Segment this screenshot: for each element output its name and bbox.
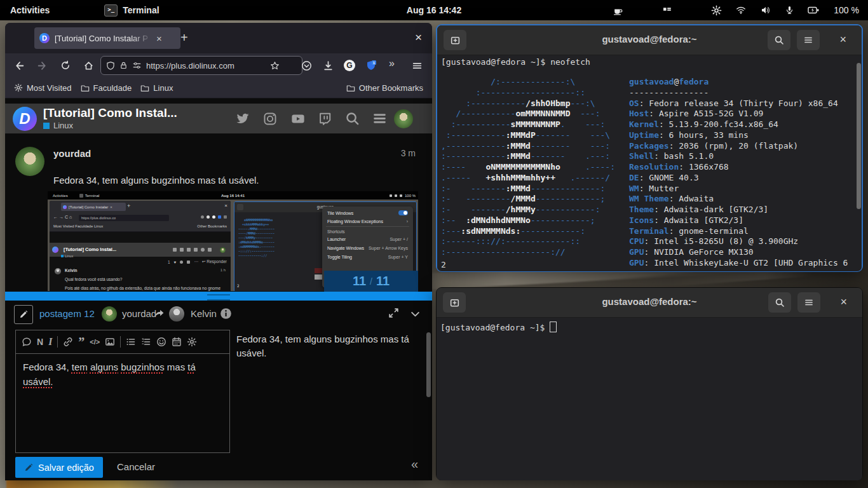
embed-social-icons bbox=[173, 248, 212, 252]
numbered-list-icon[interactable] bbox=[141, 337, 151, 347]
bold-icon[interactable]: N bbox=[37, 337, 43, 347]
close-button[interactable]: × bbox=[840, 295, 847, 309]
topic-progress-indicator[interactable]: 11 / 11 bbox=[324, 271, 418, 292]
menu-button[interactable] bbox=[797, 30, 820, 50]
forward-button[interactable] bbox=[37, 60, 48, 71]
post-author-name[interactable]: yourdad bbox=[53, 148, 91, 159]
grammarly-extension-icon[interactable]: G bbox=[344, 60, 355, 71]
forum-header: D [Tutorial] Como Instal... Linux bbox=[5, 104, 432, 133]
bookmark-star-icon[interactable] bbox=[270, 61, 280, 71]
chevron-down-icon[interactable] bbox=[410, 309, 421, 320]
firefox-nav-bar: https://plus.diolinux.com G 1 » bbox=[5, 53, 432, 78]
embed-extension-icons bbox=[201, 215, 227, 219]
preview-scrollbar[interactable] bbox=[426, 332, 431, 397]
system-status-area[interactable]: 100 % bbox=[613, 0, 868, 20]
hamburger-icon[interactable] bbox=[372, 111, 387, 126]
link-icon[interactable] bbox=[63, 337, 73, 347]
embed-nav-icons: ← → C ⌂ bbox=[53, 215, 72, 219]
bookmark-folder-faculdade[interactable]: Faculdade bbox=[81, 83, 132, 93]
close-button[interactable]: × bbox=[839, 33, 846, 46]
terminal-content[interactable]: [gustavoad@fedora ~]$ bbox=[437, 318, 862, 480]
embed-menu-item: Navigate WindowsSuper + Arrow Keys bbox=[327, 246, 408, 250]
embed-post-actions: 1 ♥ ⋯ ↩ Responder bbox=[168, 259, 227, 264]
embed-bookmarks-left: Most Visited Faculdade Linux bbox=[53, 224, 103, 228]
instagram-icon[interactable] bbox=[263, 112, 277, 126]
neofetch-info: gustavoad@fedora ---------------- OS: Fe… bbox=[629, 77, 848, 269]
post-number-link[interactable]: postagem 12 bbox=[39, 308, 95, 319]
overflow-icon[interactable]: » bbox=[389, 58, 395, 69]
reload-button[interactable] bbox=[60, 60, 71, 71]
pocket-icon[interactable] bbox=[301, 60, 312, 71]
embed-user-avatar bbox=[220, 247, 226, 253]
edit-indicator-box bbox=[14, 305, 33, 324]
embed-pencil-icon bbox=[187, 261, 190, 264]
youtube-icon[interactable] bbox=[290, 112, 306, 126]
bitwarden-extension-icon[interactable]: 1 bbox=[365, 60, 377, 71]
gear-icon[interactable] bbox=[187, 337, 197, 347]
tracking-shield-icon[interactable] bbox=[106, 61, 115, 71]
toolbar-divider bbox=[120, 336, 121, 348]
bookmarks-toolbar: Most Visited Faculdade Linux Other Bookm… bbox=[5, 78, 432, 98]
italic-icon[interactable]: I bbox=[48, 336, 52, 348]
composer-author-avatar[interactable] bbox=[102, 306, 117, 322]
composer-preview: Fedora 34, tem alguns bugzinhos mas tá u… bbox=[236, 332, 413, 360]
embed-menu-tile-windows: Tile Windows bbox=[327, 211, 353, 215]
quote-bubble-icon[interactable] bbox=[22, 337, 32, 347]
diolinux-logo[interactable]: D bbox=[13, 107, 37, 131]
bookmark-label: Faculdade bbox=[93, 83, 132, 93]
collapse-double-chevron-icon[interactable]: « bbox=[411, 457, 418, 471]
terminal-scrollbar[interactable] bbox=[857, 63, 861, 209]
url-bar[interactable]: https://plus.diolinux.com bbox=[100, 56, 302, 75]
browser-tab[interactable]: D [Tutorial] Como Instalar P × bbox=[34, 27, 180, 49]
user-avatar[interactable] bbox=[394, 109, 413, 128]
emoji-icon[interactable] bbox=[156, 337, 166, 347]
embed-menu-item: LauncherSuper + / bbox=[327, 237, 408, 241]
new-tab-button[interactable]: + bbox=[180, 30, 188, 45]
post-body-text: Fedora 34, tem alguns bugzinhos mas tá u… bbox=[53, 175, 259, 186]
post-author-avatar[interactable] bbox=[15, 147, 44, 176]
bookmark-most-visited[interactable]: Most Visited bbox=[14, 83, 72, 93]
calendar-icon[interactable] bbox=[172, 337, 182, 347]
search-button[interactable] bbox=[768, 30, 790, 50]
code-icon[interactable]: </> bbox=[90, 338, 100, 346]
embed-tab: [Tutorial] Como Instalar × bbox=[61, 203, 126, 211]
info-icon[interactable] bbox=[220, 308, 232, 320]
composer-toolbar: N I ” </> bbox=[16, 330, 229, 354]
post-timestamp[interactable]: 3 m bbox=[401, 148, 416, 158]
reply-to-avatar[interactable] bbox=[169, 306, 184, 322]
twitter-icon[interactable] bbox=[235, 112, 250, 126]
bookmark-folder-linux[interactable]: Linux bbox=[140, 83, 173, 93]
window-close-button[interactable]: × bbox=[415, 30, 422, 44]
lock-icon[interactable] bbox=[119, 61, 128, 70]
expand-icon[interactable] bbox=[388, 308, 399, 318]
embed-firefox-window: [Tutorial] Como Instalar × + × ← → C ⌂ h… bbox=[50, 201, 231, 291]
menu-button[interactable] bbox=[797, 292, 820, 313]
prompt-line: [gustavoad@fedora ~]$ neofetch bbox=[441, 57, 590, 67]
terminal-content: [gustavoad@fedora ~]$ neofetch /:-------… bbox=[437, 55, 862, 271]
home-button[interactable] bbox=[83, 60, 94, 71]
topic-title-block[interactable]: [Tutorial] Como Instal... Linux bbox=[43, 107, 177, 131]
firefox-tab-bar: D [Tutorial] Como Instalar P × + × bbox=[5, 23, 432, 53]
permissions-icon[interactable] bbox=[132, 61, 142, 70]
cancel-button[interactable]: Cancelar bbox=[117, 461, 155, 472]
image-icon[interactable] bbox=[105, 337, 115, 347]
twitch-icon[interactable] bbox=[318, 112, 332, 126]
download-icon[interactable] bbox=[323, 60, 334, 71]
other-bookmarks[interactable]: Other Bookmarks bbox=[346, 83, 423, 93]
menu-icon[interactable] bbox=[412, 60, 423, 71]
save-edit-button[interactable]: Salvar edição bbox=[15, 457, 103, 478]
search-icon[interactable] bbox=[345, 111, 360, 126]
bullet-list-icon[interactable] bbox=[126, 337, 136, 347]
composer-header: postagem 12 yourdad Kelvin bbox=[5, 301, 432, 327]
blockquote-icon[interactable]: ” bbox=[78, 339, 85, 344]
composer-textarea[interactable]: Fedora 34, tem alguns bugzinhos mas tá u… bbox=[16, 354, 229, 395]
composer-editor: N I ” </> bbox=[15, 330, 230, 453]
composer-drag-handle[interactable] bbox=[5, 292, 432, 301]
tab-close-icon[interactable]: × bbox=[156, 34, 162, 43]
back-button[interactable] bbox=[14, 60, 25, 71]
terminal-headerbar: gustavoad@fedora:~ × bbox=[437, 25, 862, 55]
embed-tab-bar: [Tutorial] Como Instalar × + × bbox=[50, 201, 231, 213]
gear-icon bbox=[711, 5, 722, 16]
composer-author-name: yourdad bbox=[122, 308, 156, 319]
search-button[interactable] bbox=[768, 292, 791, 313]
